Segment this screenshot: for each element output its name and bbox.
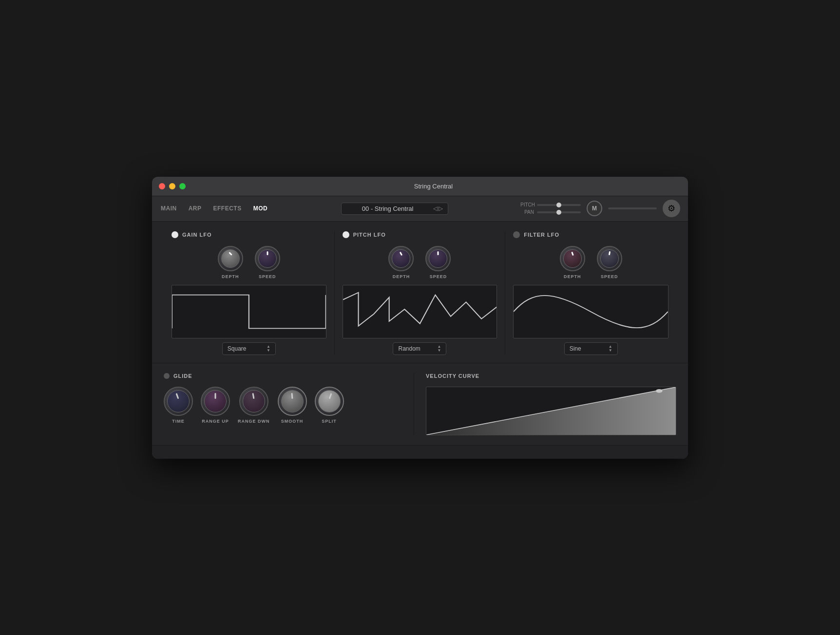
preset-selector[interactable]: 00 - String Central ◁ ▷: [341, 203, 448, 215]
filter-speed-knob[interactable]: [597, 246, 622, 271]
pan-label: PAN: [520, 209, 534, 215]
filter-select-arrows: ▲▼: [609, 345, 612, 353]
master-slider[interactable]: [608, 207, 657, 209]
titlebar: String Central: [152, 177, 688, 196]
pitch-speed-label: SPEED: [430, 274, 447, 279]
glide-range-dwn-container: RANGE DWN: [238, 387, 270, 424]
status-bar: [152, 445, 688, 459]
gain-waveform-select: Square ▲▼: [172, 342, 326, 355]
gain-speed-knob[interactable]: [255, 246, 280, 271]
filter-waveform: [513, 285, 668, 338]
glide-time-label: TIME: [172, 419, 185, 424]
pan-row: PAN: [520, 209, 581, 215]
glide-header: GLIDE: [164, 373, 402, 379]
glide-led[interactable]: [164, 373, 170, 379]
gain-select-arrows: ▲▼: [267, 345, 270, 353]
glide-range-up-knob[interactable]: [201, 387, 230, 416]
gain-lfo-header: GAIN LFO: [172, 231, 326, 238]
glide-range-dwn-knob[interactable]: [239, 387, 268, 416]
velocity-title: VELOCITY CURVE: [426, 373, 479, 379]
pitch-speed-knob[interactable]: [425, 246, 451, 271]
gain-speed-container: SPEED: [255, 246, 280, 279]
lfo-grid: GAIN LFO DEPTH: [164, 231, 676, 355]
glide-range-up-container: RANGE UP: [201, 387, 230, 424]
tab-arp[interactable]: ARP: [188, 203, 203, 214]
glide-smooth-label: SMOOTH: [281, 419, 304, 424]
minimize-button[interactable]: [169, 183, 175, 189]
gear-icon[interactable]: ⚙: [663, 200, 680, 217]
glide-split-label: SPLIT: [322, 419, 337, 424]
preset-area: 00 - String Central ◁ ▷: [276, 203, 513, 215]
gain-depth-container: DEPTH: [218, 246, 243, 279]
pitch-depth-container: DEPTH: [388, 246, 414, 279]
pitch-depth-label: DEPTH: [393, 274, 410, 279]
pitch-lfo-title: PITCH LFO: [353, 232, 386, 238]
preset-prev[interactable]: ◁: [433, 205, 438, 212]
pitch-waveform: [343, 285, 497, 338]
velocity-header: VELOCITY CURVE: [426, 373, 676, 379]
svg-point-2: [656, 389, 663, 392]
tab-mod[interactable]: MOD: [252, 203, 269, 214]
filter-depth-label: DEPTH: [564, 274, 581, 279]
filter-depth-container: DEPTH: [560, 246, 585, 279]
filter-lfo-led[interactable]: [513, 231, 520, 238]
tab-main[interactable]: MAIN: [160, 203, 178, 214]
glide-split-knob[interactable]: [315, 387, 344, 416]
main-content: GAIN LFO DEPTH: [152, 222, 688, 459]
gain-depth-knob[interactable]: [218, 246, 243, 271]
glide-smooth-knob[interactable]: [278, 387, 307, 416]
pan-slider[interactable]: [537, 211, 581, 213]
pitch-lfo-led[interactable]: [343, 231, 349, 238]
gain-waveform-dropdown[interactable]: Square ▲▼: [222, 342, 276, 355]
gain-lfo-title: GAIN LFO: [182, 232, 212, 238]
filter-depth-knob[interactable]: [560, 246, 585, 271]
pitch-label: PITCH: [520, 202, 534, 207]
gain-lfo-column: GAIN LFO DEPTH: [164, 231, 335, 355]
pitch-lfo-column: PITCH LFO DEPTH: [335, 231, 506, 355]
main-window: String Central MAIN ARP EFFECTS MOD 00 -…: [152, 177, 688, 459]
glide-time-knob[interactable]: [164, 387, 193, 416]
pitch-slider[interactable]: [537, 204, 581, 206]
glide-range-dwn-label: RANGE DWN: [238, 419, 270, 424]
velocity-curve-display: [426, 387, 676, 435]
filter-speed-container: SPEED: [597, 246, 622, 279]
preset-name: 00 - String Central: [346, 205, 429, 212]
m-button[interactable]: M: [587, 201, 602, 216]
maximize-button[interactable]: [179, 183, 186, 189]
glide-smooth-container: SMOOTH: [278, 387, 307, 424]
traffic-lights: [159, 183, 186, 189]
glide-knobs: TIME RANGE UP: [164, 387, 402, 424]
filter-speed-label: SPEED: [601, 274, 618, 279]
pitch-waveform-dropdown[interactable]: Random ▲▼: [393, 342, 446, 355]
filter-waveform-dropdown[interactable]: Sine ▲▼: [564, 342, 618, 355]
filter-lfo-title: FILTER LFO: [524, 232, 559, 238]
pitch-row: PITCH: [520, 202, 581, 207]
bottom-section: GLIDE TIME: [152, 363, 688, 445]
filter-lfo-knobs: DEPTH SPEED: [513, 246, 668, 279]
preset-next[interactable]: ▷: [439, 205, 443, 212]
gain-speed-label: SPEED: [259, 274, 276, 279]
toolbar-right: PITCH PAN M ⚙: [520, 200, 680, 217]
window-title: String Central: [186, 183, 681, 190]
tab-effects[interactable]: EFFECTS: [212, 203, 243, 214]
close-button[interactable]: [159, 183, 165, 189]
filter-lfo-header: FILTER LFO: [513, 231, 668, 238]
preset-arrows: ◁ ▷: [433, 205, 443, 212]
pitch-waveform-select: Random ▲▼: [343, 342, 497, 355]
glide-range-up-label: RANGE UP: [202, 419, 229, 424]
gain-waveform: [172, 285, 326, 338]
pitch-select-arrows: ▲▼: [438, 345, 441, 353]
pitch-depth-knob[interactable]: [388, 246, 414, 271]
gain-lfo-led[interactable]: [172, 231, 178, 238]
pitch-lfo-header: PITCH LFO: [343, 231, 497, 238]
glide-title: GLIDE: [173, 373, 192, 379]
glide-panel: GLIDE TIME: [164, 373, 414, 435]
filter-lfo-column: FILTER LFO DEPTH: [505, 231, 676, 355]
nav-tabs: MAIN ARP EFFECTS MOD: [160, 203, 268, 214]
toolbar: MAIN ARP EFFECTS MOD 00 - String Central…: [152, 196, 688, 222]
gain-depth-label: DEPTH: [222, 274, 239, 279]
glide-split-container: SPLIT: [315, 387, 344, 424]
glide-time-container: TIME: [164, 387, 193, 424]
filter-waveform-select: Sine ▲▼: [513, 342, 668, 355]
pitch-speed-container: SPEED: [425, 246, 451, 279]
